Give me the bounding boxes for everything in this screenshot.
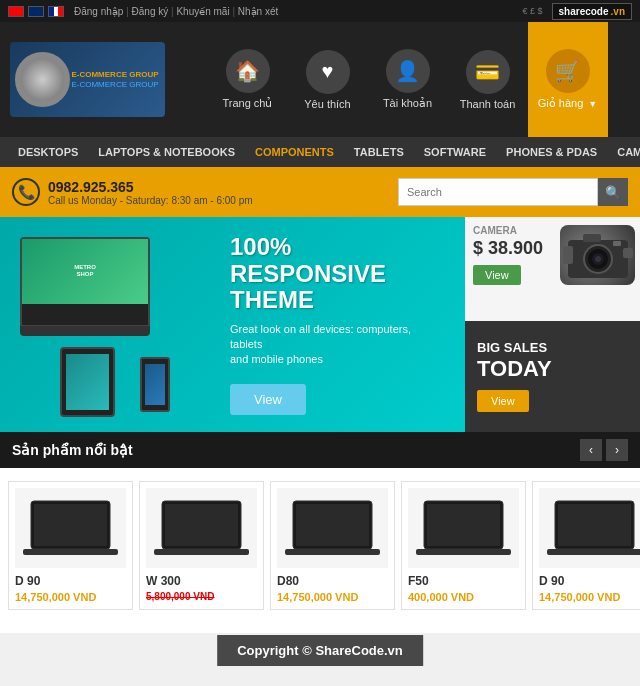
- svg-rect-14: [154, 549, 249, 555]
- nav-wishlist[interactable]: ♥ Yêu thích: [288, 22, 368, 137]
- product-card[interactable]: D 90 14,750,000 VND: [532, 481, 640, 610]
- sharecode-tld: .vn: [611, 6, 625, 17]
- nav-phones[interactable]: PHONES & PDAS: [496, 137, 607, 167]
- main-navigation: DESKTOPS LAPTOPS & NOTEBOOKS COMPONENTS …: [0, 137, 640, 167]
- product-price: 14,750,000 VND: [277, 591, 388, 603]
- product-laptop-svg: [416, 496, 511, 561]
- nav-cameras[interactable]: CAMERAS: [607, 137, 640, 167]
- phone-icon: 📞: [12, 178, 40, 206]
- product-card[interactable]: F50 400,000 VND: [401, 481, 526, 610]
- nav-tablets[interactable]: TABLETS: [344, 137, 414, 167]
- svg-rect-23: [547, 549, 640, 555]
- nav-components[interactable]: COMPONENTS: [245, 137, 344, 167]
- sale-title: BIG SALES: [477, 340, 547, 356]
- sale-today: TODAY: [477, 356, 552, 382]
- laptop-device: METROSHOP: [20, 237, 150, 327]
- search-button[interactable]: 🔍: [598, 178, 628, 206]
- phone-number: 0982.925.365: [48, 179, 253, 195]
- top-bar: Đăng nhập | Đăng ký | Khuyến mãi | Nhận …: [0, 0, 640, 22]
- home-label: Trang chủ: [222, 97, 272, 110]
- product-card[interactable]: W 300 5,800,000 VND: [139, 481, 264, 610]
- svg-rect-16: [296, 504, 369, 546]
- register-link[interactable]: Đăng ký: [132, 6, 169, 17]
- main-banner: METROSHOP 100% RESPONSIVETHEME Great loo…: [0, 217, 465, 432]
- product-name: D 90: [539, 574, 640, 588]
- login-link[interactable]: Đăng nhập: [74, 6, 123, 17]
- heart-icon-circle: ♥: [306, 50, 350, 94]
- laptop-base: [20, 326, 150, 336]
- flag-vn[interactable]: [8, 6, 24, 17]
- svg-rect-8: [613, 241, 621, 246]
- search-input[interactable]: [398, 178, 598, 206]
- header: E-COMMERCE GROUP e-commerce group 🏠 Tran…: [0, 22, 640, 137]
- contact-info: 📞 0982.925.365 Call us Monday - Saturday…: [12, 178, 253, 206]
- cart-icon-circle: 🛒: [546, 49, 590, 93]
- svg-rect-19: [427, 504, 500, 546]
- sharecode-badge: sharecode .vn: [552, 3, 632, 20]
- product-card[interactable]: D80 14,750,000 VND: [270, 481, 395, 610]
- prev-products-button[interactable]: ‹: [580, 439, 602, 461]
- camera-svg: [563, 228, 633, 283]
- nav-home[interactable]: 🏠 Trang chủ: [208, 22, 288, 137]
- nav-software[interactable]: SOFTWARE: [414, 137, 496, 167]
- product-nav-arrows: ‹ ›: [580, 439, 628, 461]
- product-image: [539, 488, 640, 568]
- logo-line2: e-commerce group: [71, 80, 158, 90]
- card-icon-circle: 💳: [466, 50, 510, 94]
- banner-text-area: 100% RESPONSIVETHEME Great look on all d…: [210, 217, 465, 432]
- phone-info: 0982.925.365 Call us Monday - Saturday: …: [48, 179, 253, 206]
- product-image: [277, 488, 388, 568]
- laptop-screen: METROSHOP: [22, 239, 148, 304]
- product-price: 14,750,000 VND: [15, 591, 126, 603]
- camera-image: [560, 225, 635, 285]
- logo-ring: [15, 52, 70, 107]
- top-bar-flags: Đăng nhập | Đăng ký | Khuyến mãi | Nhận …: [8, 6, 278, 17]
- nav-desktops[interactable]: DESKTOPS: [8, 137, 88, 167]
- svg-rect-22: [558, 504, 631, 546]
- sale-banner: BIG SALES TODAY View: [465, 321, 640, 433]
- currency-symbols: € £ $: [522, 6, 542, 16]
- product-price-crossed: 5,800,000 VND: [146, 591, 257, 602]
- sharecode-logo: € £ $ sharecode .vn: [522, 3, 632, 20]
- product-name: F50: [408, 574, 519, 588]
- products-grid: D 90 14,750,000 VND W 300 5,800,000 VND: [0, 468, 640, 623]
- top-bar-links: Đăng nhập | Đăng ký | Khuyến mãi | Nhận …: [74, 6, 278, 17]
- banner-section: METROSHOP 100% RESPONSIVETHEME Great loo…: [0, 217, 640, 432]
- banner-view-button[interactable]: View: [230, 384, 306, 415]
- next-products-button[interactable]: ›: [606, 439, 628, 461]
- flag-fr[interactable]: [48, 6, 64, 17]
- cart-arrow-icon: ▼: [588, 99, 597, 109]
- flag-us[interactable]: [28, 6, 44, 17]
- side-banners: CAMERA $ 38.900 View BIG SALES TODA: [465, 217, 640, 432]
- featured-header: Sản phẩm nổi bật ‹ ›: [0, 432, 640, 468]
- svg-rect-11: [23, 549, 118, 555]
- nav-payment[interactable]: 💳 Thanh toán: [448, 22, 528, 137]
- banner-devices: METROSHOP: [0, 217, 210, 432]
- promo-link[interactable]: Khuyến mãi: [176, 6, 229, 17]
- phone-screen: [145, 364, 166, 405]
- banner-subtitle: Great look on all devices: computers, ta…: [230, 322, 445, 368]
- product-image: [408, 488, 519, 568]
- product-laptop-svg: [23, 496, 118, 561]
- product-card[interactable]: D 90 14,750,000 VND: [8, 481, 133, 610]
- svg-point-6: [595, 256, 601, 262]
- camera-view-button[interactable]: View: [473, 265, 521, 285]
- product-image: [146, 488, 257, 568]
- wishlist-label: Yêu thích: [304, 98, 350, 110]
- nav-cart[interactable]: 🛒 Giỏ hàng ▼: [528, 22, 608, 137]
- review-link[interactable]: Nhận xét: [238, 6, 278, 17]
- product-laptop-svg: [154, 496, 249, 561]
- svg-rect-1: [563, 246, 573, 264]
- product-price: 14,750,000 VND: [539, 591, 640, 603]
- sharecode-name: sharecode: [559, 6, 609, 17]
- header-nav-icons: 🏠 Trang chủ ♥ Yêu thích 👤 Tài khoản 💳 Th…: [175, 22, 640, 137]
- account-label: Tài khoản: [383, 97, 432, 110]
- payment-label: Thanh toán: [460, 98, 516, 110]
- site-logo[interactable]: E-COMMERCE GROUP e-commerce group: [10, 42, 165, 117]
- tablet-device: [60, 347, 115, 417]
- nav-account[interactable]: 👤 Tài khoản: [368, 22, 448, 137]
- nav-laptops[interactable]: LAPTOPS & NOTEBOOKS: [88, 137, 245, 167]
- search-box: 🔍: [398, 178, 628, 206]
- svg-rect-17: [285, 549, 380, 555]
- sale-view-button[interactable]: View: [477, 390, 529, 412]
